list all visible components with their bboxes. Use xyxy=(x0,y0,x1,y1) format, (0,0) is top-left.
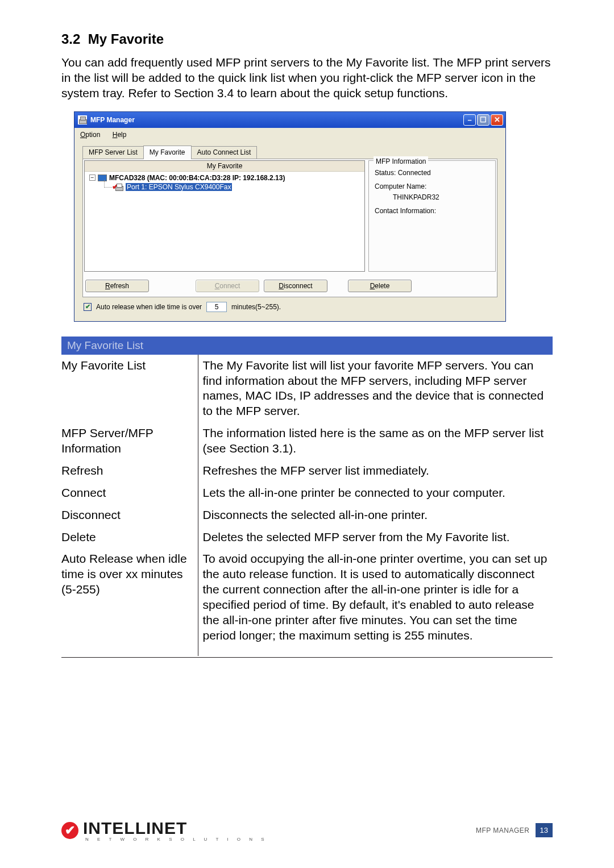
favorite-tree: − MFCAD328 (MAC: 00:00:B4:CA:D3:28 IP: 1… xyxy=(85,172,364,193)
menu-option[interactable]: Option xyxy=(80,131,100,139)
tree-port-text: Port 1: EPSON Stylus CX9400Fax xyxy=(126,183,232,191)
tree-port-row[interactable]: ✔ Port 1: EPSON Stylus CX9400Fax xyxy=(104,183,360,191)
brand-badge-icon: ✔ xyxy=(61,822,78,839)
delete-button[interactable]: Delete xyxy=(348,280,412,292)
mfp-information-legend: MFP Information xyxy=(374,156,428,167)
tab-strip: MFP Server List My Favorite Auto Connect… xyxy=(82,145,497,159)
refresh-button[interactable]: Refresh xyxy=(85,280,149,292)
cell-desc: Disconnects the selected all-in-one prin… xyxy=(198,504,553,526)
printer-port-icon: ✔ xyxy=(114,183,123,191)
mfp-manager-window: MFP Manager – ☐ ✕ Option Help MFP Server… xyxy=(74,111,506,322)
table-row: My Favorite List The My Favorite list wi… xyxy=(61,355,553,423)
contact-info-label: Contact Information: xyxy=(375,206,489,217)
minimize-button[interactable]: – xyxy=(463,114,476,126)
auto-release-label-pre: Auto release when idle time is over xyxy=(96,303,202,311)
cell-label: Auto Release when idle time is over xx m… xyxy=(61,548,198,655)
page-footer: ✔ INTELLINET N E T W O R K S O L U T I O… xyxy=(61,819,553,842)
computer-name-label: Computer Name: xyxy=(375,181,489,192)
table-row: MFP Server/MFP Information The informati… xyxy=(61,422,553,460)
table-bottom-rule xyxy=(61,657,553,658)
tree-line-icon xyxy=(104,180,112,188)
mfp-information-box: MFP Information Status: Connected Comput… xyxy=(368,160,496,272)
brand-logo: ✔ INTELLINET N E T W O R K S O L U T I O… xyxy=(61,819,268,842)
cell-label: Refresh xyxy=(61,460,198,482)
window-title: MFP Manager xyxy=(90,116,463,124)
menu-help[interactable]: Help xyxy=(113,131,127,139)
window-titlebar: MFP Manager – ☐ ✕ xyxy=(74,112,505,128)
table-row: Connect Lets the all-in-one printer be c… xyxy=(61,482,553,504)
auto-release-label-post: minutes(5~255). xyxy=(231,303,281,311)
tree-server-row[interactable]: − MFCAD328 (MAC: 00:00:B4:CA:D3:28 IP: 1… xyxy=(89,174,360,182)
intro-paragraph: You can add frequently used MFP print se… xyxy=(61,55,553,101)
footer-section-label: MFP MANAGER xyxy=(476,827,530,834)
auto-release-checkbox[interactable]: ✔ xyxy=(84,303,92,311)
cell-label: My Favorite List xyxy=(61,355,198,423)
tab-panel: My Favorite − MFCAD328 (MAC: 00:00:B4:CA… xyxy=(82,159,497,297)
cell-desc: The My Favorite list will list your favo… xyxy=(198,355,553,423)
cell-desc: Deletes the selected MFP server from the… xyxy=(198,526,553,549)
close-button[interactable]: ✕ xyxy=(491,114,503,126)
favorite-list-box: My Favorite − MFCAD328 (MAC: 00:00:B4:CA… xyxy=(84,160,365,272)
cell-desc: Refreshes the MFP server list immediatel… xyxy=(198,460,553,482)
section-heading: 3.2 My Favorite xyxy=(61,31,553,47)
table-row: Disconnect Disconnects the selected all-… xyxy=(61,504,553,526)
tab-auto-connect-list[interactable]: Auto Connect List xyxy=(191,146,258,159)
connect-button[interactable]: Connect xyxy=(196,280,259,292)
brand-name: INTELLINET xyxy=(83,819,268,838)
section-number: 3.2 xyxy=(61,31,80,47)
table-row: Delete Deletes the selected MFP server f… xyxy=(61,526,553,549)
tab-server-list[interactable]: MFP Server List xyxy=(82,146,144,159)
cell-label: MFP Server/MFP Information xyxy=(61,422,198,460)
cell-desc: To avoid occupying the all-in-one printe… xyxy=(198,548,553,655)
window-buttons: – ☐ ✕ xyxy=(463,114,503,126)
cell-desc: The information listed here is the same … xyxy=(198,422,553,460)
page-number: 13 xyxy=(536,823,553,837)
description-table: My Favorite List The My Favorite list wi… xyxy=(61,355,553,656)
tab-my-favorite[interactable]: My Favorite xyxy=(143,146,192,159)
status-line: Status: Connected xyxy=(375,168,489,178)
computer-name-value: THINKPADR32 xyxy=(375,192,489,203)
maximize-button[interactable]: ☐ xyxy=(477,114,489,126)
disconnect-button[interactable]: Disconnect xyxy=(264,280,327,292)
button-row: Refresh Connect Disconnect Delete xyxy=(84,272,496,296)
brand-subtitle: N E T W O R K S O L U T I O N S xyxy=(83,837,268,842)
tree-collapse-icon[interactable]: − xyxy=(89,175,96,181)
cell-label: Disconnect xyxy=(61,504,198,526)
auto-release-row: ✔ Auto release when idle time is over 5 … xyxy=(82,302,497,313)
tree-server-text: MFCAD328 (MAC: 00:00:B4:CA:D3:28 IP: 192… xyxy=(109,174,285,182)
favorite-list-header: My Favorite xyxy=(85,161,364,172)
table-row: Refresh Refreshes the MFP server list im… xyxy=(61,460,553,482)
cell-desc: Lets the all-in-one printer be connected… xyxy=(198,482,553,504)
auto-release-minutes-input[interactable]: 5 xyxy=(206,302,227,312)
table-row: Auto Release when idle time is over xx m… xyxy=(61,548,553,655)
section-title-text: My Favorite xyxy=(88,31,164,47)
table-header-bar: My Favorite List xyxy=(61,337,553,355)
menu-bar: Option Help xyxy=(74,128,505,142)
check-icon: ✔ xyxy=(112,182,119,191)
printer-icon xyxy=(78,115,87,124)
cell-label: Connect xyxy=(61,482,198,504)
cell-label: Delete xyxy=(61,526,198,549)
